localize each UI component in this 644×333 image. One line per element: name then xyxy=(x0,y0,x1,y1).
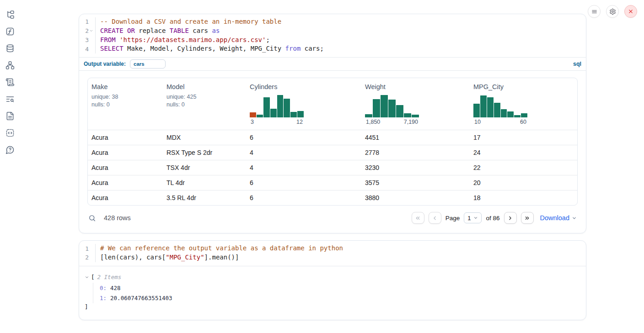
database-icon xyxy=(5,44,15,53)
sidebar-item-document[interactable] xyxy=(5,111,15,121)
table-cell: MDX xyxy=(163,134,246,141)
table-header-row: Makeunique: 38nulls: 0Modelunique: 425nu… xyxy=(88,78,577,130)
sql-code-editor[interactable]: 1234 -- Download a CSV and create an in-… xyxy=(79,14,586,57)
sidebar-item-snippets[interactable] xyxy=(5,128,15,138)
table-row: Acura3.5 RL 4dr6388018 xyxy=(88,190,577,205)
column-histogram: 1,8507,190 xyxy=(365,94,419,125)
output-variable-label: Output variable: xyxy=(84,61,126,67)
table-cell: 6 xyxy=(246,194,361,201)
first-page-button[interactable] xyxy=(412,212,424,224)
table-cell: Acura xyxy=(88,194,163,201)
output-variable-input[interactable] xyxy=(130,59,166,69)
histogram-axis: 1060 xyxy=(473,119,527,125)
tree-item: 1:20.060747663551403 xyxy=(100,293,580,303)
download-button[interactable]: Download xyxy=(540,214,577,222)
sidebar-item-text-search[interactable] xyxy=(5,94,15,104)
fold-chevron-icon[interactable] xyxy=(89,28,94,33)
histogram-bar xyxy=(521,113,527,117)
chevron-left-icon xyxy=(432,215,438,221)
sidebar-item-file-tree[interactable] xyxy=(5,10,15,20)
sidebar-item-dependency-graph[interactable] xyxy=(5,60,15,70)
histogram-bar xyxy=(277,95,284,117)
python-cell-output: [2 Items0:4281:20.060747663551403] xyxy=(79,266,586,320)
column-stat: nulls: 0 xyxy=(91,101,159,108)
chevrons-left-icon xyxy=(415,215,421,221)
close-button[interactable] xyxy=(624,5,637,18)
menu-button[interactable] xyxy=(588,5,601,18)
dependency-graph-icon xyxy=(5,61,15,70)
histogram-bar xyxy=(396,105,403,117)
code-lines: # We can reference the output variable a… xyxy=(96,244,343,262)
last-page-button[interactable] xyxy=(521,212,534,224)
code-line: [len(cars), cars["MPG_City"].mean()] xyxy=(100,253,343,262)
line-number: 2 xyxy=(79,26,94,36)
text-search-icon xyxy=(5,95,15,104)
histogram-bar xyxy=(507,111,514,117)
sidebar-item-database[interactable] xyxy=(5,43,15,53)
collapse-chevron-icon[interactable] xyxy=(85,275,89,280)
open-bracket: [ xyxy=(91,274,95,280)
table-cell: 6 xyxy=(246,179,361,186)
language-badge[interactable]: sql xyxy=(573,61,581,67)
fold-spacer xyxy=(89,255,94,260)
histogram-bar xyxy=(404,113,411,117)
file-tree-icon xyxy=(5,10,15,19)
histogram-bar xyxy=(487,97,494,117)
table-cell: 4 xyxy=(246,164,361,171)
sidebar-item-help[interactable] xyxy=(5,145,15,155)
search-icon[interactable] xyxy=(88,214,96,222)
close-bracket: ] xyxy=(85,303,580,312)
fold-spacer xyxy=(89,19,94,24)
histogram-bars xyxy=(473,94,527,117)
column-header-make[interactable]: Makeunique: 38nulls: 0 xyxy=(88,78,163,130)
column-header-mpg_city[interactable]: MPG_City1060 xyxy=(470,78,577,130)
page-label: Page xyxy=(445,215,460,222)
line-number: 2 xyxy=(79,253,94,262)
histogram-bars xyxy=(250,94,304,117)
next-page-button[interactable] xyxy=(504,212,517,224)
line-number: 1 xyxy=(79,17,94,26)
sidebar-item-function[interactable] xyxy=(5,26,15,37)
histogram-bar xyxy=(270,109,277,117)
column-header-model[interactable]: Modelunique: 425nulls: 0 xyxy=(163,78,246,130)
column-header-weight[interactable]: Weight1,8507,190 xyxy=(361,78,470,130)
table-cell: 4451 xyxy=(361,134,470,141)
chevrons-right-icon xyxy=(524,215,530,221)
settings-button[interactable] xyxy=(606,5,619,18)
axis-label: 7,190 xyxy=(404,119,418,125)
column-header-cylinders[interactable]: Cylinders312 xyxy=(246,78,361,130)
document-icon xyxy=(5,111,15,121)
table-cell: Acura xyxy=(88,134,163,141)
histogram-bar xyxy=(250,112,256,117)
prev-page-button[interactable] xyxy=(429,212,441,224)
data-table: Makeunique: 38nulls: 0Modelunique: 425nu… xyxy=(87,78,578,206)
table-cell: 3880 xyxy=(361,194,470,201)
sql-cell-output: Makeunique: 38nulls: 0Modelunique: 425nu… xyxy=(79,71,586,233)
axis-label: 3 xyxy=(251,119,254,125)
column-title: Make xyxy=(91,83,159,90)
column-title: Weight xyxy=(365,83,466,90)
table-cell: 6 xyxy=(246,134,361,141)
python-code-editor[interactable]: 12 # We can reference the output variabl… xyxy=(79,241,586,266)
histogram-axis: 312 xyxy=(250,119,304,125)
sidebar-item-scroll-text[interactable] xyxy=(5,77,15,87)
notebook-actions xyxy=(588,5,637,18)
histogram-bar xyxy=(297,111,304,117)
histogram-bar xyxy=(514,115,521,117)
chevron-down-icon xyxy=(473,216,478,220)
column-title: Cylinders xyxy=(250,83,358,90)
fold-spacer xyxy=(89,47,94,52)
column-title: Model xyxy=(166,83,242,90)
table-cell: 22 xyxy=(470,164,577,171)
column-stat: nulls: 0 xyxy=(166,101,242,108)
table-row: AcuraRSX Type S 2dr4277824 xyxy=(88,145,577,160)
histogram-axis: 1,8507,190 xyxy=(365,119,419,125)
histogram-bars xyxy=(365,94,419,117)
page-select[interactable]: 1 xyxy=(464,212,482,223)
menu-icon xyxy=(591,8,598,15)
chevron-down-icon xyxy=(572,216,577,221)
sidebar xyxy=(0,0,20,155)
code-line: FROM 'https://datasets.marimo.app/cars.c… xyxy=(100,36,324,45)
settings-icon xyxy=(609,8,616,15)
table-row: AcuraTSX 4dr4323022 xyxy=(88,160,577,175)
